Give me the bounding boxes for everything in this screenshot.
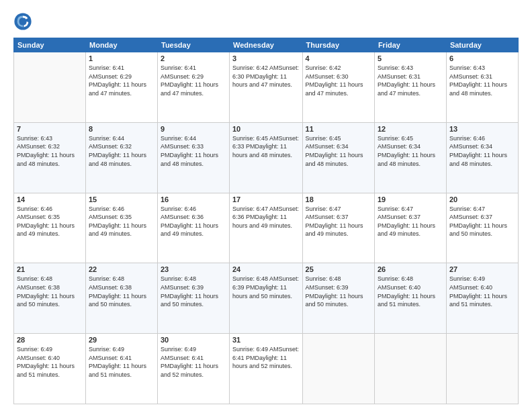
calendar-cell-w3-d4: 25Sunrise: 6:48 AMSunset: 6:39 PMDayligh… — [302, 263, 374, 334]
day-number: 21 — [17, 265, 83, 273]
day-number: 13 — [449, 125, 515, 133]
day-info: Sunrise: 6:48 AMSunset: 6:38 PMDaylight:… — [17, 275, 83, 317]
day-number: 26 — [378, 265, 443, 273]
calendar-cell-w2-d1: 15Sunrise: 6:46 AMSunset: 6:35 PMDayligh… — [86, 193, 158, 263]
calendar-cell-w3-d1: 22Sunrise: 6:48 AMSunset: 6:38 PMDayligh… — [86, 263, 158, 334]
day-number: 18 — [306, 195, 371, 203]
day-number: 7 — [17, 125, 83, 133]
day-info: Sunrise: 6:49 AMSunset: 6:41 PMDaylight:… — [232, 345, 300, 379]
day-number: 4 — [306, 54, 371, 62]
day-number: 9 — [161, 125, 226, 133]
day-number: 19 — [378, 195, 443, 203]
calendar-cell-w4-d6 — [446, 334, 518, 404]
calendar-cell-w1-d6: 13Sunrise: 6:46 AMSunset: 6:34 PMDayligh… — [446, 122, 518, 193]
calendar-cell-w2-d5: 19Sunrise: 6:47 AMSunset: 6:37 PMDayligh… — [374, 193, 446, 263]
calendar-cell-w0-d1: 1Sunrise: 6:41 AMSunset: 6:29 PMDaylight… — [86, 52, 158, 123]
day-info: Sunrise: 6:41 AMSunset: 6:29 PMDaylight:… — [89, 64, 154, 106]
day-info: Sunrise: 6:44 AMSunset: 6:33 PMDaylight:… — [161, 134, 226, 177]
calendar-cell-w0-d6: 6Sunrise: 6:43 AMSunset: 6:31 PMDaylight… — [446, 52, 518, 123]
calendar-cell-w0-d5: 5Sunrise: 6:43 AMSunset: 6:31 PMDaylight… — [374, 52, 446, 123]
day-info: Sunrise: 6:49 AMSunset: 6:41 PMDaylight:… — [161, 345, 226, 387]
calendar-cell-w0-d0 — [14, 52, 86, 123]
day-number: 5 — [378, 54, 443, 62]
calendar-cell-w4-d3: 31Sunrise: 6:49 AMSunset: 6:41 PMDayligh… — [230, 334, 303, 404]
day-info: Sunrise: 6:48 AMSunset: 6:40 PMDaylight:… — [378, 275, 443, 317]
weekday-header-row: SundayMondayTuesdayWednesdayThursdayFrid… — [14, 38, 519, 52]
day-info: Sunrise: 6:46 AMSunset: 6:35 PMDaylight:… — [89, 205, 154, 247]
day-number: 14 — [17, 195, 83, 203]
day-info: Sunrise: 6:48 AMSunset: 6:39 PMDaylight:… — [306, 275, 371, 317]
calendar-cell-w1-d5: 12Sunrise: 6:45 AMSunset: 6:34 PMDayligh… — [374, 122, 446, 193]
calendar-table: SundayMondayTuesdayWednesdayThursdayFrid… — [13, 38, 519, 404]
day-info: Sunrise: 6:42 AMSunset: 6:30 PMDaylight:… — [232, 64, 300, 97]
day-number: 24 — [232, 265, 300, 273]
calendar-cell-w2-d3: 17Sunrise: 6:47 AMSunset: 6:36 PMDayligh… — [230, 193, 303, 263]
day-number: 11 — [306, 125, 371, 133]
day-info: Sunrise: 6:43 AMSunset: 6:31 PMDaylight:… — [378, 64, 443, 106]
day-number: 20 — [449, 195, 515, 203]
day-number: 16 — [161, 195, 226, 203]
calendar-cell-w4-d1: 29Sunrise: 6:49 AMSunset: 6:41 PMDayligh… — [86, 334, 158, 404]
logo-icon — [13, 12, 32, 31]
calendar-cell-w3-d0: 21Sunrise: 6:48 AMSunset: 6:38 PMDayligh… — [14, 263, 86, 334]
day-number: 29 — [89, 336, 154, 344]
calendar-cell-w4-d5 — [374, 334, 446, 404]
day-info: Sunrise: 6:49 AMSunset: 6:41 PMDaylight:… — [89, 345, 154, 387]
day-info: Sunrise: 6:45 AMSunset: 6:34 PMDaylight:… — [306, 134, 371, 177]
day-number: 25 — [306, 265, 371, 273]
day-number: 6 — [449, 54, 515, 62]
calendar-cell-w0-d3: 3Sunrise: 6:42 AMSunset: 6:30 PMDaylight… — [230, 52, 303, 123]
day-info: Sunrise: 6:47 AMSunset: 6:37 PMDaylight:… — [306, 205, 371, 247]
day-number: 28 — [17, 336, 83, 344]
day-number: 15 — [89, 195, 154, 203]
week-row-4: 28Sunrise: 6:49 AMSunset: 6:40 PMDayligh… — [14, 334, 519, 404]
weekday-header-friday: Friday — [374, 38, 446, 52]
day-number: 1 — [89, 54, 154, 62]
day-info: Sunrise: 6:46 AMSunset: 6:34 PMDaylight:… — [449, 134, 515, 177]
calendar-cell-w4-d2: 30Sunrise: 6:49 AMSunset: 6:41 PMDayligh… — [158, 334, 230, 404]
calendar-cell-w3-d2: 23Sunrise: 6:48 AMSunset: 6:39 PMDayligh… — [158, 263, 230, 334]
week-row-0: 1Sunrise: 6:41 AMSunset: 6:29 PMDaylight… — [14, 52, 519, 123]
day-number: 23 — [161, 265, 226, 273]
day-info: Sunrise: 6:45 AMSunset: 6:33 PMDaylight:… — [232, 134, 300, 168]
day-number: 17 — [232, 195, 300, 203]
weekday-header-sunday: Sunday — [14, 38, 86, 52]
page: SundayMondayTuesdayWednesdayThursdayFrid… — [0, 0, 532, 411]
calendar-cell-w1-d1: 8Sunrise: 6:44 AMSunset: 6:32 PMDaylight… — [86, 122, 158, 193]
week-row-2: 14Sunrise: 6:46 AMSunset: 6:35 PMDayligh… — [14, 193, 519, 263]
calendar-cell-w1-d4: 11Sunrise: 6:45 AMSunset: 6:34 PMDayligh… — [302, 122, 374, 193]
calendar-cell-w1-d2: 9Sunrise: 6:44 AMSunset: 6:33 PMDaylight… — [158, 122, 230, 193]
day-info: Sunrise: 6:47 AMSunset: 6:37 PMDaylight:… — [449, 205, 515, 247]
day-number: 12 — [378, 125, 443, 133]
day-number: 8 — [89, 125, 154, 133]
day-number: 2 — [161, 54, 226, 62]
day-info: Sunrise: 6:43 AMSunset: 6:31 PMDaylight:… — [449, 64, 515, 106]
day-info: Sunrise: 6:47 AMSunset: 6:37 PMDaylight:… — [378, 205, 443, 247]
day-number: 30 — [161, 336, 226, 344]
calendar-cell-w3-d3: 24Sunrise: 6:48 AMSunset: 6:39 PMDayligh… — [230, 263, 303, 334]
day-info: Sunrise: 6:45 AMSunset: 6:34 PMDaylight:… — [378, 134, 443, 177]
weekday-header-wednesday: Wednesday — [230, 38, 303, 52]
day-info: Sunrise: 6:48 AMSunset: 6:39 PMDaylight:… — [232, 275, 300, 308]
day-number: 31 — [232, 336, 300, 344]
day-info: Sunrise: 6:44 AMSunset: 6:32 PMDaylight:… — [89, 134, 154, 177]
day-info: Sunrise: 6:42 AMSunset: 6:30 PMDaylight:… — [306, 64, 371, 106]
day-number: 10 — [232, 125, 300, 133]
calendar-cell-w1-d0: 7Sunrise: 6:43 AMSunset: 6:32 PMDaylight… — [14, 122, 86, 193]
logo — [13, 12, 35, 31]
day-info: Sunrise: 6:48 AMSunset: 6:39 PMDaylight:… — [161, 275, 226, 317]
calendar-cell-w3-d5: 26Sunrise: 6:48 AMSunset: 6:40 PMDayligh… — [374, 263, 446, 334]
calendar-cell-w4-d4 — [302, 334, 374, 404]
calendar-cell-w2-d2: 16Sunrise: 6:46 AMSunset: 6:36 PMDayligh… — [158, 193, 230, 263]
day-number: 27 — [449, 265, 515, 273]
week-row-1: 7Sunrise: 6:43 AMSunset: 6:32 PMDaylight… — [14, 122, 519, 193]
calendar-cell-w3-d6: 27Sunrise: 6:49 AMSunset: 6:40 PMDayligh… — [446, 263, 518, 334]
day-info: Sunrise: 6:46 AMSunset: 6:35 PMDaylight:… — [17, 205, 83, 247]
day-number: 22 — [89, 265, 154, 273]
week-row-3: 21Sunrise: 6:48 AMSunset: 6:38 PMDayligh… — [14, 263, 519, 334]
weekday-header-thursday: Thursday — [302, 38, 374, 52]
calendar-cell-w0-d4: 4Sunrise: 6:42 AMSunset: 6:30 PMDaylight… — [302, 52, 374, 123]
calendar-cell-w2-d6: 20Sunrise: 6:47 AMSunset: 6:37 PMDayligh… — [446, 193, 518, 263]
calendar-cell-w2-d4: 18Sunrise: 6:47 AMSunset: 6:37 PMDayligh… — [302, 193, 374, 263]
calendar-cell-w0-d2: 2Sunrise: 6:41 AMSunset: 6:29 PMDaylight… — [158, 52, 230, 123]
